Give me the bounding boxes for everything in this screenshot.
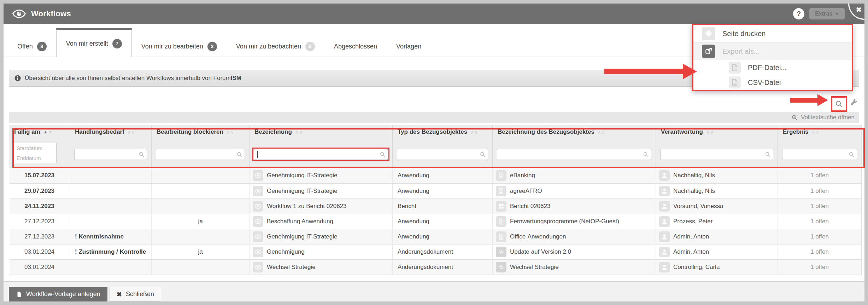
eye-icon — [253, 247, 263, 257]
tab-count-badge: 2 — [207, 42, 217, 51]
table-search-toggle-button[interactable] — [831, 96, 847, 112]
filter-end-date-input[interactable] — [13, 153, 57, 163]
filter-cell-faellig — [9, 141, 70, 168]
cell-verantwortung: Admin, Anton — [656, 244, 778, 259]
change-icon — [496, 247, 506, 257]
cell-text: Admin, Anton — [673, 248, 709, 255]
column-header-blockieren[interactable]: Bearbeitung blockieren∧∨ — [152, 125, 250, 141]
filter-cell-typ — [393, 141, 493, 168]
cell-verantwortung: Nachhaltig, Nils — [656, 168, 778, 183]
table-row[interactable]: 24.11.2023Workflow 1 zu Bericht 020623Be… — [9, 198, 862, 214]
menu-item-export-as[interactable]: Export als... — [693, 42, 852, 60]
title-bar: Workflows ? Extras ▼ — [4, 4, 864, 24]
tab-label: Vorlagen — [396, 43, 421, 50]
person-icon — [659, 186, 670, 196]
extras-dropdown-menu: Seite drucken Export als... PDF-Datei...… — [692, 24, 853, 91]
cell-bezugsobjekt: Wechsel Strategie — [493, 259, 656, 275]
tab-count-badge: 7 — [112, 39, 122, 48]
table-row[interactable]: 03.01.2024! Zustimmung / KontrollejaGene… — [9, 244, 862, 259]
tab-label: Von mir zu bearbeiten — [141, 43, 203, 50]
column-header-ergebnis[interactable]: Ergebnis∧∨ — [778, 125, 862, 141]
cell-bearbeitung-blockieren — [152, 168, 250, 183]
filter-input-typ[interactable] — [397, 149, 488, 160]
annotation-arrow-menu — [604, 64, 697, 79]
sort-arrows-icon: ∧∨ — [128, 130, 135, 135]
cell-text: Nachhaltig, Nils — [673, 188, 715, 195]
extras-button[interactable]: Extras ▼ — [809, 8, 845, 19]
filter-start-date-input[interactable] — [13, 143, 57, 153]
cell-text: Wechsel Strategie — [510, 264, 559, 271]
table-row[interactable]: 29.07.2023Genehmigung IT-StrategieAnwend… — [9, 183, 862, 198]
table-row[interactable]: 03.01.2024Wechsel StrategieÄnderungsdoku… — [9, 259, 862, 275]
column-label: Bearbeitung blockieren — [157, 128, 223, 136]
fulltext-search-bar[interactable]: Volltextsuche öffnen — [9, 112, 859, 123]
menu-item-print-page[interactable]: Seite drucken — [693, 25, 852, 42]
sort-arrows-icon: ∧∨ — [227, 130, 234, 135]
tab-label: Offen — [17, 43, 33, 50]
cell-verantwortung: Admin, Anton — [656, 229, 778, 244]
cell-verantwortung: Vorstand, Vanessa — [656, 198, 778, 214]
tab-vorlagen[interactable]: Vorlagen — [387, 36, 431, 57]
table-settings-button[interactable] — [850, 99, 858, 108]
eye-icon — [253, 201, 263, 212]
application-icon — [496, 186, 506, 196]
workflows-window: Workflows ? Extras ▼ ✖ Offen8Von mir ers… — [0, 0, 868, 305]
tab-abgeschlossen[interactable]: Abgeschlossen — [324, 36, 387, 57]
cell-text: Bericht 020623 — [510, 203, 550, 210]
filter-input-blockieren[interactable] — [156, 149, 245, 160]
column-header-verantwortung[interactable]: Verantwortung∧∨ — [656, 125, 778, 141]
filter-input-bezeichnung[interactable] — [254, 149, 388, 160]
cell-faellig-am: 03.01.2024 — [9, 244, 70, 259]
cell-ergebnis: 1 offen — [778, 183, 862, 198]
filter-input-handlungsbedarf[interactable] — [74, 149, 147, 160]
close-button[interactable]: ✖ Schließen — [110, 287, 161, 301]
tab-von-mir-zu-beobachten[interactable]: Von mir zu beobachten0 — [227, 36, 324, 57]
menu-item-export-csv[interactable]: CSV-Datei — [693, 75, 852, 90]
search-icon — [380, 151, 386, 157]
tab-label: Von mir zu beobachten — [236, 43, 301, 50]
table-row[interactable]: 27.12.2023! KenntnisnahmeGenehmigung IT-… — [9, 229, 862, 244]
cell-text: Vorstand, Vanessa — [673, 203, 723, 210]
cell-text: agreeAFRO — [510, 188, 542, 195]
filter-input-ergebnis[interactable] — [782, 149, 857, 160]
cell-text: Update auf Version 2.0 — [510, 248, 571, 255]
create-workflow-template-button[interactable]: Workflow-Vorlage anlegen — [9, 287, 107, 301]
cell-text: Genehmigung IT-Strategie — [267, 233, 337, 240]
cell-typ: Bericht — [393, 198, 493, 214]
cell-bezugsobjekt: Fernwartungsprogramme (NetOP-Guest) — [493, 214, 656, 229]
cell-typ: Anwendung — [393, 229, 493, 244]
cell-bezeichnung: Beschaffung Anwendung — [250, 214, 393, 229]
sort-arrows-icon: ∧∨ — [598, 130, 605, 135]
cell-bearbeitung-blockieren — [152, 198, 250, 214]
cell-handlungsbedarf — [70, 168, 152, 183]
tab-von-mir-zu-bearbeiten[interactable]: Von mir zu bearbeiten2 — [132, 36, 227, 57]
filter-input-objekt[interactable] — [497, 149, 651, 160]
printer-icon — [702, 27, 715, 40]
help-button[interactable]: ? — [793, 8, 804, 19]
cell-text: Wechsel Strategie — [267, 264, 316, 271]
table-row[interactable]: 15.07.2023Genehmigung IT-StrategieAnwend… — [9, 168, 862, 183]
cell-text: Controlling, Carla — [673, 264, 720, 271]
column-header-objekt[interactable]: Bezeichnung des Bezugsobjektes∧∨ — [493, 125, 656, 141]
column-header-typ[interactable]: Typ des Bezugsobjektes∧∨ — [393, 125, 493, 141]
search-icon — [480, 151, 486, 157]
column-header-bezeichnung[interactable]: Bezeichnung∧∨ — [250, 125, 393, 141]
tab-offen[interactable]: Offen8 — [8, 36, 56, 57]
tab-von-mir-erstellt[interactable]: Von mir erstellt7 — [56, 28, 132, 57]
filter-input-verantwortung[interactable] — [660, 149, 773, 160]
cell-text: Genehmigung — [267, 248, 305, 255]
filter-cell-handlungsbedarf — [70, 141, 152, 168]
cell-bearbeitung-blockieren — [152, 183, 250, 198]
menu-item-export-pdf[interactable]: PDF-Datei... — [693, 60, 852, 75]
column-header-faellig[interactable]: Fällig am▲▼ — [9, 125, 70, 141]
cell-handlungsbedarf — [70, 214, 152, 229]
cell-faellig-am: 03.01.2024 — [9, 259, 70, 275]
info-icon — [14, 75, 21, 82]
table-row[interactable]: 27.12.2023jaBeschaffung AnwendungAnwendu… — [9, 214, 862, 229]
column-header-handlungsbedarf[interactable]: Handlungsbedarf∧∨ — [70, 125, 152, 141]
cell-bezugsobjekt: eBanking — [493, 168, 656, 183]
workflows-eye-icon — [12, 9, 26, 18]
cell-handlungsbedarf: ! Zustimmung / Kontrolle — [70, 244, 152, 259]
cell-verantwortung: Controlling, Carla — [656, 259, 778, 275]
search-plus-icon — [791, 114, 798, 121]
